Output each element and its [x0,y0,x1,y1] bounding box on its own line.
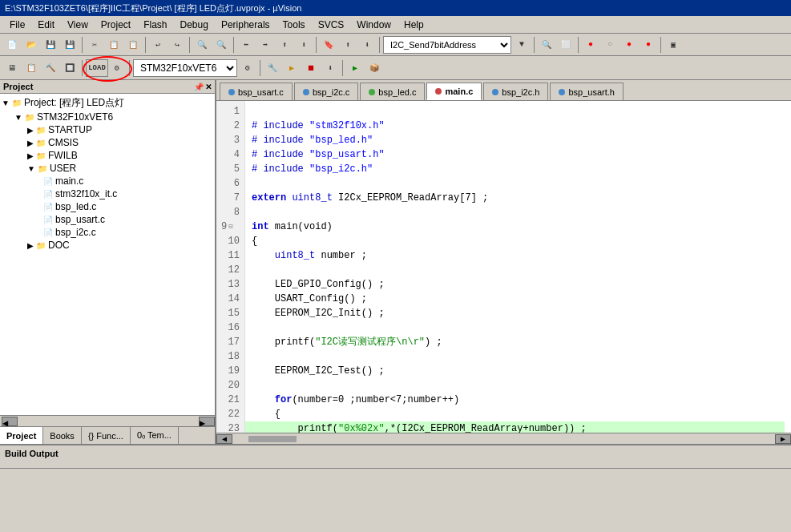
comment-btn[interactable]: ⬆ [276,36,293,54]
debug-start-btn[interactable]: ▶ [346,59,364,77]
line-2: # include "bsp_led.h" [252,135,373,146]
menu-debug[interactable]: Debug [174,18,215,32]
redo-btn[interactable]: ↪ [168,36,186,54]
stop-btn[interactable]: ⏹ [302,59,320,77]
tree-item-bspi2c[interactable]: 📄 bsp_i2c.c [2,226,213,239]
line-13: USART_Config() ; [252,293,367,304]
tree-item-doc[interactable]: ▶ 📁 DOC [2,239,213,252]
tab-bsp-i2c-h[interactable]: bsp_i2c.h [483,83,548,100]
tree-item-itc[interactable]: 📄 stm32f10x_it.c [2,187,213,200]
line-1: # include "stm32f10x.h" [252,120,385,131]
download-btn[interactable]: ⬇ [321,59,339,77]
project-scrollbar[interactable]: ◀ ▶ [0,415,215,426]
menu-svcs[interactable]: SVCS [312,18,351,32]
tree-label-itc: stm32f10x_it.c [55,188,117,200]
load-btn[interactable]: LOAD [86,59,108,77]
tree-item-mainc[interactable]: 📄 main.c [2,175,213,187]
extra-btn1[interactable]: 🔍 [538,36,555,54]
scroll-right-btn[interactable]: ▶ [199,417,215,426]
menu-peripherals[interactable]: Peripherals [215,18,276,32]
tab-bsp-i2c-c[interactable]: bsp_i2c.c [294,83,358,100]
find-btn[interactable]: 🔍 [193,36,211,54]
proj-btn3[interactable]: 🔨 [42,59,59,77]
menu-edit[interactable]: Edit [31,18,61,32]
tab-main-c[interactable]: main.c [426,83,482,100]
copy-btn[interactable]: 📋 [105,36,123,54]
sep6 [379,37,380,53]
line-20: for(number=0 ;number<7;number++) [252,394,459,405]
hscroll-thumb[interactable] [248,436,297,442]
target-settings-btn[interactable]: ⚙ [239,59,256,77]
tree-item-cmsis[interactable]: ▶ 📁 CMSIS [2,136,213,149]
tab-func[interactable]: {} Func... [82,427,131,444]
find-replace-btn[interactable]: 🔍 [212,36,230,54]
code-panel: bsp_usart.c bsp_i2c.c bsp_led.c main.c b… [216,80,791,444]
save-all-btn[interactable]: 💾 [61,36,79,54]
tree-item-startup[interactable]: ▶ 📁 STARTUP [2,123,213,136]
sep9 [660,37,661,53]
bookmark-prev-btn[interactable]: ⬆ [339,36,357,54]
project-tree: ▼ 📁 Project: [程序] LED点灯 ▼ 📁 STM32F10xVET… [0,94,215,415]
tab-project[interactable]: Project [0,427,43,444]
scroll-left-btn[interactable]: ◀ [2,417,18,426]
menu-window[interactable]: Window [350,18,398,32]
translate-btn[interactable]: 🔧 [264,59,281,77]
undo-btn[interactable]: ↩ [149,36,167,54]
menu-view[interactable]: View [61,18,95,32]
cut-btn[interactable]: ✂ [86,36,103,54]
code-content[interactable]: # include "stm32f10x.h" # include "bsp_l… [245,101,791,433]
tab-dot-bsp-usart [228,89,235,95]
proj-btn1[interactable]: 🖥 [3,59,21,77]
tree-item-stm32[interactable]: ▼ 📁 STM32F10xVET6 [2,111,213,123]
open-btn[interactable]: 📂 [22,36,40,54]
build-all-btn[interactable]: ▶ [283,59,301,77]
menu-tools[interactable]: Tools [276,18,312,32]
function-dropdown[interactable]: I2C_Send7bitAddress [383,36,511,54]
menu-file[interactable]: File [3,18,31,32]
toolbar1: 📄 📂 💾 💾 ✂ 📋 📋 ↩ ↪ 🔍 🔍 ⬅ ➡ ⬆ ⬇ 🔖 ⬆ ⬇ I2C_… [0,34,791,56]
build-btn[interactable]: ● [582,36,599,54]
tab-bsp-usart-h[interactable]: bsp_usart.h [550,83,623,100]
project-close-btn[interactable]: ✕ [205,83,212,91]
proj-btn2[interactable]: 📋 [22,59,40,77]
sep3 [189,37,190,53]
build-btn2[interactable]: ○ [601,36,619,54]
project-pin-btn[interactable]: 📌 [194,83,204,91]
window-btn[interactable]: ▣ [664,36,682,54]
line-3: # include "bsp_usart.h" [252,149,385,160]
tab-tem[interactable]: 0₀ Tem... [131,427,179,444]
tab-bsp-led-c[interactable]: bsp_led.c [360,83,425,100]
build-btn4[interactable]: ● [640,36,657,54]
target-dropdown[interactable]: STM32F10xVET6 [133,59,237,77]
indent-btn[interactable]: ⬅ [237,36,255,54]
sep5 [316,37,317,53]
bookmark-btn[interactable]: 🔖 [320,36,337,54]
settings-btn[interactable]: ⚙ [108,59,126,77]
extra-btn2[interactable]: ⬜ [557,36,575,54]
tree-item-user[interactable]: ▼ 📁 USER [2,162,213,175]
tree-item-fwilb[interactable]: ▶ 📁 FWILB [2,149,213,162]
new-file-btn[interactable]: 📄 [3,36,21,54]
hscroll-right[interactable]: ▶ [775,434,791,444]
tab-bsp-usart-c[interactable]: bsp_usart.c [220,83,293,100]
tree-item-root[interactable]: ▼ 📁 Project: [程序] LED点灯 [2,95,213,111]
proj-btn4[interactable]: 🔲 [61,59,79,77]
outdent-btn[interactable]: ➡ [256,36,274,54]
debug-btn2[interactable]: 📦 [365,59,383,77]
save-btn[interactable]: 💾 [42,36,59,54]
code-area[interactable]: 1 2 3 4 5 6 7 8 9 ⊟ 10 11 12 13 14 15 16… [216,101,791,433]
tab-books[interactable]: Books [43,427,82,444]
menu-help[interactable]: Help [398,18,430,32]
code-scrollbar[interactable]: ◀ ▶ [216,433,791,444]
build-btn3[interactable]: ● [620,36,638,54]
dropdown-arrow-btn[interactable]: ▼ [513,36,531,54]
tab-label-bsp-usart-c: bsp_usart.c [238,87,284,97]
tree-item-bspusart[interactable]: 📄 bsp_usart.c [2,213,213,226]
hscroll-left[interactable]: ◀ [216,434,232,444]
menu-project[interactable]: Project [95,18,137,32]
paste-btn[interactable]: 📋 [124,36,142,54]
uncomment-btn[interactable]: ⬇ [295,36,313,54]
bookmark-next-btn[interactable]: ⬇ [358,36,376,54]
menu-flash[interactable]: Flash [137,18,173,32]
tree-item-bspled[interactable]: 📄 bsp_led.c [2,200,213,213]
